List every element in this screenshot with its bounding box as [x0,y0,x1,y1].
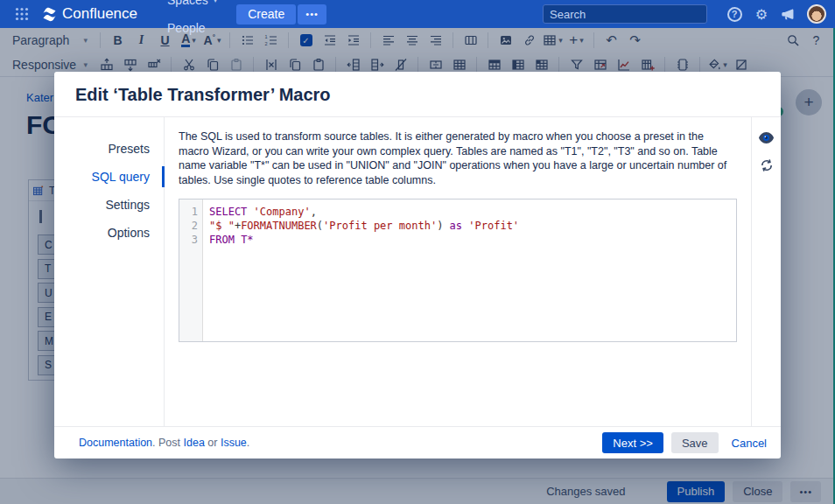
top-nav: Confluence Spaces▾People Create ••• ? ⚙ [0,0,835,28]
dialog-title: Edit ‘Table Transformer’ Macro [75,85,760,105]
documentation-link[interactable]: Documentation [79,437,152,449]
nav-item-spaces[interactable]: Spaces▾ [157,0,228,14]
preview-eye-icon[interactable] [758,131,775,144]
code-line: "$ "+FORMATNUMBER('Profit per month') as… [209,219,519,233]
issue-link[interactable]: Issue [221,437,247,449]
code-line: SELECT 'Company', [209,205,519,219]
create-button[interactable]: Create [236,4,296,24]
nav-more-button[interactable]: ••• [298,4,326,24]
refresh-icon[interactable] [760,158,774,172]
tab-presets[interactable]: Presets [54,135,164,163]
dialog-tabs: PresetsSQL querySettingsOptions [54,117,165,426]
idea-link[interactable]: Idea [184,437,205,449]
help-icon[interactable]: ? [727,7,742,22]
sql-query-pane: The SQL is used to transform source tabl… [165,117,751,426]
dialog-footer-links: Documentation. Post Idea or Issue. [79,437,249,449]
footer-text: or [205,437,221,449]
nav-item-people[interactable]: People [157,14,228,42]
tab-settings[interactable]: Settings [54,191,164,219]
search-box[interactable] [543,4,707,24]
code-line: FROM T* [209,233,519,247]
cancel-button[interactable]: Cancel [732,437,767,450]
tab-sql-query[interactable]: SQL query [54,163,164,191]
sql-editor[interactable]: 123 SELECT 'Company',"$ "+FORMATNUMBER('… [179,199,737,342]
tab-options[interactable]: Options [54,219,164,247]
dialog-body: PresetsSQL querySettingsOptions The SQL … [54,117,781,426]
confluence-logo[interactable]: Confluence [42,5,137,23]
line-number: 2 [179,219,198,233]
chevron-down-icon: ▾ [214,0,218,4]
line-number: 3 [179,233,198,247]
confluence-mark-icon [42,7,57,22]
nav-right-icons: ? ⚙ [727,0,826,28]
footer-text: . Post [152,437,183,449]
settings-gear-icon[interactable]: ⚙ [755,6,768,23]
dialog-footer: Documentation. Post Idea or Issue. Next … [54,426,781,458]
edit-macro-dialog: Edit ‘Table Transformer’ Macro PresetsSQ… [54,72,781,458]
brand-text: Confluence [62,5,137,23]
announcement-icon[interactable] [781,8,794,21]
app-switcher-icon[interactable] [11,4,33,24]
nav-menu: Spaces▾People [157,0,228,42]
save-button[interactable]: Save [671,432,719,453]
dialog-side-toolbar [751,117,781,426]
sql-code[interactable]: SELECT 'Company',"$ "+FORMATNUMBER('Prof… [203,200,519,341]
search-input[interactable] [550,8,704,21]
next-button[interactable]: Next >> [602,432,663,453]
user-avatar[interactable] [807,4,826,24]
footer-text: . [247,437,249,449]
line-number-gutter: 123 [179,200,203,341]
dialog-header: Edit ‘Table Transformer’ Macro [54,72,781,117]
sql-description: The SQL is used to transform source tabl… [179,130,737,187]
line-number: 1 [179,205,198,219]
